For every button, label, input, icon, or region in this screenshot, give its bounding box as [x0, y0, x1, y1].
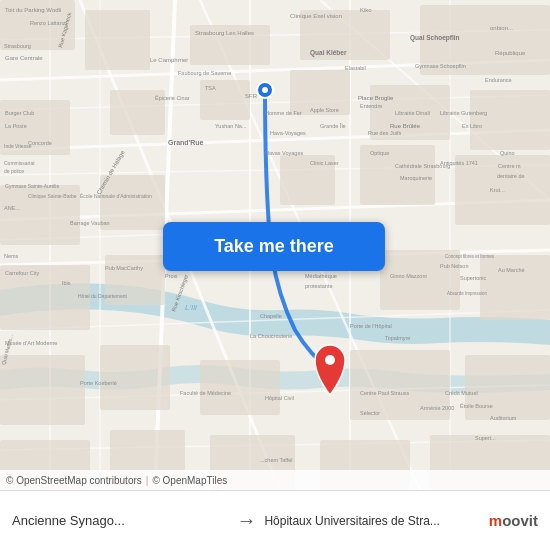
svg-text:protestante: protestante — [305, 283, 333, 289]
svg-text:Clinic Laser: Clinic Laser — [310, 160, 339, 166]
svg-text:...chem Taffel: ...chem Taffel — [260, 457, 293, 463]
svg-text:onbion...: onbion... — [490, 25, 513, 31]
svg-text:Elastabil: Elastabil — [345, 65, 366, 71]
svg-text:Pub MacCarthy: Pub MacCarthy — [105, 265, 143, 271]
svg-text:ANE...: ANE... — [4, 205, 20, 211]
moovit-text: moovit — [489, 512, 538, 530]
svg-text:Nems: Nems — [4, 253, 19, 259]
svg-text:Clinique Sainte-Barbe: Clinique Sainte-Barbe — [28, 193, 77, 199]
svg-text:Concorde: Concorde — [28, 140, 52, 146]
svg-text:L'Ill: L'Ill — [185, 303, 197, 312]
svg-text:Hôtel du Département: Hôtel du Département — [78, 293, 128, 299]
svg-text:Épicerie Cinar: Épicerie Cinar — [155, 95, 190, 101]
svg-text:Étoile Bourse: Étoile Bourse — [460, 403, 493, 409]
svg-text:Yushan Na...: Yushan Na... — [215, 123, 247, 129]
svg-text:Commissariat: Commissariat — [4, 160, 35, 166]
svg-text:La Choucrouterie: La Choucrouterie — [250, 333, 292, 339]
svg-text:Pub Nelson: Pub Nelson — [440, 263, 468, 269]
svg-text:La Poste: La Poste — [5, 123, 27, 129]
svg-text:Gymnase Schoepflin: Gymnase Schoepflin — [415, 63, 466, 69]
svg-text:Grande Île: Grande Île — [320, 123, 346, 129]
svg-text:Rue des Juifs: Rue des Juifs — [368, 130, 402, 136]
svg-text:Clinique Exel vision: Clinique Exel vision — [290, 13, 342, 19]
svg-text:Carrefour City: Carrefour City — [5, 270, 39, 276]
svg-text:Toit du Parking Wodli: Toit du Parking Wodli — [5, 7, 61, 13]
svg-text:Crédit Mutuel: Crédit Mutuel — [445, 390, 478, 396]
svg-text:Maroquinerie: Maroquinerie — [400, 175, 432, 181]
svg-text:République: République — [495, 50, 526, 56]
origin-label: Ancienne Synago... — [12, 513, 125, 528]
svg-text:Burger Club: Burger Club — [5, 110, 34, 116]
svg-text:Médiathèque: Médiathèque — [305, 273, 337, 279]
svg-text:Absurde Impression: Absurde Impression — [447, 291, 488, 296]
svg-text:Krut...: Krut... — [490, 187, 505, 193]
svg-text:Le Camphrrier: Le Camphrrier — [150, 57, 188, 63]
svg-rect-42 — [100, 345, 170, 410]
svg-text:Entendre: Entendre — [360, 103, 382, 109]
svg-text:Hôpital Civil: Hôpital Civil — [265, 395, 294, 401]
svg-text:Au Marché: Au Marché — [498, 267, 525, 273]
svg-text:dentaire de: dentaire de — [497, 173, 525, 179]
moovit-logo: moovit — [489, 512, 538, 530]
svg-text:SFR: SFR — [245, 93, 258, 99]
svg-rect-45 — [465, 355, 550, 420]
svg-text:Optique: Optique — [370, 150, 389, 156]
destination-label: Hôpitaux Universitaires de Stra... — [264, 514, 439, 528]
svg-text:Centre m: Centre m — [498, 163, 521, 169]
attribution-bar: © OpenStreetMap contributors | © OpenMap… — [0, 470, 550, 490]
svg-text:Librairie Gutenberg: Librairie Gutenberg — [440, 110, 487, 116]
svg-text:TSA: TSA — [205, 85, 216, 91]
svg-text:Supertonic: Supertonic — [460, 275, 487, 281]
destination-section: Hôpitaux Universitaires de Stra... — [264, 514, 480, 528]
origin-section: Ancienne Synago... — [12, 513, 228, 528]
svg-text:Ibis: Ibis — [62, 280, 71, 286]
svg-text:Strasbourg: Strasbourg — [4, 43, 31, 49]
svg-text:Supert...: Supert... — [475, 435, 496, 441]
attribution-separator: | — [146, 475, 149, 486]
svg-text:Grand'Rue: Grand'Rue — [168, 139, 204, 146]
svg-text:Apple Store: Apple Store — [310, 107, 339, 113]
svg-text:Ex Libro: Ex Libro — [462, 123, 482, 129]
svg-text:Quino: Quino — [500, 150, 515, 156]
svg-rect-29 — [470, 90, 550, 150]
svg-rect-33 — [100, 175, 165, 230]
arrow-icon: → — [236, 509, 256, 532]
svg-rect-22 — [85, 10, 150, 70]
svg-text:École Nationale d'Administrati: École Nationale d'Administration — [80, 193, 152, 199]
svg-text:Quai Kléber: Quai Kléber — [310, 49, 347, 57]
map-container: Toit du Parking Wodli Renzo Lattanzi Cli… — [0, 0, 550, 490]
osm-attribution: © OpenStreetMap contributors — [6, 475, 142, 486]
svg-text:Inde Vitesse: Inde Vitesse — [4, 143, 32, 149]
svg-text:Faubourg de Saverne: Faubourg de Saverne — [178, 70, 231, 76]
svg-point-142 — [262, 87, 268, 93]
svg-text:de police: de police — [4, 168, 24, 174]
svg-text:Auditorium: Auditorium — [490, 415, 517, 421]
svg-text:Proxi: Proxi — [165, 273, 178, 279]
svg-text:Arménie 2000: Arménie 2000 — [420, 405, 454, 411]
svg-text:Topalmyre: Topalmyre — [385, 335, 410, 341]
svg-text:Porte Koeberlé: Porte Koeberlé — [80, 380, 117, 386]
svg-text:Place Broglie: Place Broglie — [358, 95, 394, 101]
svg-text:Quai Schoepflin: Quai Schoepflin — [410, 34, 460, 42]
svg-point-143 — [325, 355, 335, 365]
svg-text:Antiquités 1741: Antiquités 1741 — [440, 160, 478, 166]
svg-text:Gymnase Sainte-Aurélie: Gymnase Sainte-Aurélie — [5, 183, 59, 189]
svg-text:Barrage Vauban: Barrage Vauban — [70, 220, 110, 226]
svg-text:Sélector: Sélector — [360, 410, 380, 416]
svg-text:Porte de l'Hôpital: Porte de l'Hôpital — [350, 323, 392, 329]
svg-text:Havas Voyages: Havas Voyages — [265, 150, 303, 156]
svg-text:Endurance: Endurance — [485, 77, 512, 83]
svg-text:Rue Brûlée: Rue Brûlée — [390, 123, 421, 129]
svg-rect-40 — [480, 255, 550, 320]
svg-text:Concept fibres et formes: Concept fibres et formes — [445, 254, 495, 259]
tiles-attribution: © OpenMapTiles — [152, 475, 227, 486]
svg-text:Ginno Mazzoni: Ginno Mazzoni — [390, 273, 427, 279]
take-me-there-button[interactable]: Take me there — [163, 222, 385, 271]
svg-text:Gare Centrale: Gare Centrale — [5, 55, 43, 61]
svg-rect-41 — [0, 355, 85, 425]
svg-text:Hava-Voyages: Hava-Voyages — [270, 130, 306, 136]
svg-rect-39 — [380, 250, 460, 310]
svg-text:Musée d'Art Moderne: Musée d'Art Moderne — [5, 340, 57, 346]
svg-text:Renzo Lattanzi: Renzo Lattanzi — [30, 20, 67, 26]
bottom-bar: Ancienne Synago... → Hôpitaux Universita… — [0, 490, 550, 550]
